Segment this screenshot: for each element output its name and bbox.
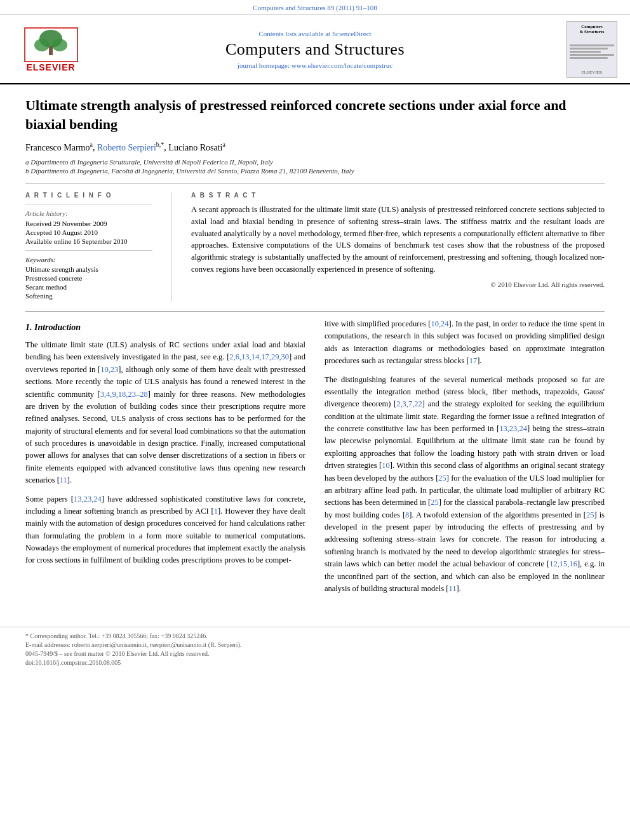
abstract-label: A B S T R A C T	[191, 192, 605, 199]
ref-25[interactable]: 25	[438, 474, 446, 483]
elsevier-wordmark: ELSEVIER	[26, 62, 75, 72]
author3-name: Luciano Rosati	[168, 143, 222, 152]
page-wrapper: Computers and Structures 89 (2011) 91–10…	[0, 0, 630, 840]
info-abstract-columns: A R T I C L E I N F O Article history: R…	[25, 192, 605, 301]
authors-line: Francesco Marmoa, Roberto Serpierib,*, L…	[25, 141, 605, 153]
body-content: 1. Introduction The ultimate limit state…	[25, 318, 605, 601]
article-info-label: A R T I C L E I N F O	[25, 192, 152, 199]
col-divider	[171, 192, 172, 301]
article-info-column: A R T I C L E I N F O Article history: R…	[25, 192, 152, 301]
ref-13b[interactable]: 13,23,24	[499, 424, 527, 433]
abstract-text: A secant approach is illustrated for the…	[191, 204, 605, 276]
keywords-label: Keywords:	[25, 256, 152, 263]
keyword-4: Softening	[25, 292, 152, 300]
thumb-line-4	[570, 54, 614, 56]
ref-11b[interactable]: 11	[448, 584, 456, 593]
thumb-title: Computers& Structures	[580, 24, 605, 35]
journal-title: Computers and Structures	[89, 40, 541, 59]
journal-thumbnail-area: Computers& Structures ELSEVIER	[541, 21, 617, 78]
top-bar: Computers and Structures 89 (2011) 91–10…	[0, 0, 630, 15]
email-text: roberto.serpieri@unisannio.it, rserpieri…	[72, 641, 241, 648]
ref-2[interactable]: 2,6,13,14,17,29,30	[229, 352, 289, 361]
main-content: Ultimate strength analysis of prestresse…	[0, 84, 630, 614]
thumb-lines	[570, 44, 614, 60]
received-date: Received 29 November 2009	[25, 220, 152, 227]
abstract-column: A B S T R A C T A secant approach is ill…	[191, 192, 605, 301]
copyright: © 2010 Elsevier Ltd. All rights reserved…	[191, 281, 605, 288]
elsevier-logo: ELSEVIER	[13, 27, 89, 72]
contents-text: Contents lists available at	[258, 30, 330, 37]
body-para-2: Some papers [13,23,24] have addressed so…	[25, 493, 305, 567]
ref-2b[interactable]: 2,3,7,22	[396, 399, 422, 408]
homepage-url[interactable]: www.elsevier.com/locate/compstruc	[292, 62, 392, 69]
license-text: 0045-7949/$ – see front matter © 2010 El…	[25, 650, 605, 657]
sciencedirect-text: Contents lists available at ScienceDirec…	[89, 30, 541, 37]
section1-title: 1. Introduction	[25, 321, 305, 334]
thumb-line-3	[570, 51, 601, 53]
author2-name[interactable]: Roberto Serpieri	[97, 143, 156, 152]
article-title: Ultimate strength analysis of prestresse…	[25, 96, 605, 133]
thumb-line-1	[570, 44, 614, 46]
ref-12[interactable]: 12,15,16	[549, 559, 577, 568]
thumb-line-2	[570, 48, 608, 50]
author1-name: Francesco Marmo	[25, 143, 90, 152]
available-date: Available online 16 September 2010	[25, 237, 152, 245]
keyword-1: Ultimate strength analysis	[25, 265, 152, 273]
ref-3[interactable]: 3,4,9,18,23–28	[100, 390, 148, 399]
divider-1	[25, 183, 605, 184]
body-para-3: itive with simplified procedures [10,24]…	[325, 318, 605, 368]
svg-rect-3	[49, 46, 53, 55]
keyword-3: Secant method	[25, 283, 152, 291]
divider-2	[25, 311, 605, 312]
journal-header: ELSEVIER Contents lists available at Sci…	[0, 15, 630, 84]
svg-point-2	[52, 39, 67, 51]
author2-sup: b,*	[156, 141, 164, 148]
author1-sup: a	[90, 141, 92, 148]
author3-sup: a	[223, 141, 225, 148]
corresponding-author: * Corresponding author. Tel.: +39 0824 3…	[25, 632, 605, 639]
elsevier-logo-area: ELSEVIER	[13, 27, 89, 72]
keyword-2: Prestressed concrete	[25, 274, 152, 282]
thumb-line-5	[570, 57, 608, 59]
ref-25b[interactable]: 25	[431, 498, 439, 507]
email-label: E-mail addresses:	[25, 641, 70, 648]
journal-homepage: journal homepage: www.elsevier.com/locat…	[89, 62, 541, 69]
ref-10c[interactable]: 10	[382, 461, 390, 470]
body-para-1: The ultimate limit state (ULS) analysis …	[25, 339, 305, 487]
affiliation-a: a Dipartimento di Ingegneria Strutturale…	[25, 158, 605, 166]
journal-header-center: Contents lists available at ScienceDirec…	[89, 30, 541, 69]
affiliations: a Dipartimento di Ingegneria Strutturale…	[25, 158, 605, 175]
journal-thumbnail: Computers& Structures ELSEVIER	[566, 21, 617, 78]
ref-11[interactable]: 11	[60, 476, 67, 484]
ref-25c[interactable]: 25	[586, 510, 594, 519]
ref-8[interactable]: 8	[405, 510, 409, 519]
accepted-date: Accepted 10 August 2010	[25, 229, 152, 236]
homepage-label: journal homepage:	[238, 62, 290, 69]
doi: doi:10.1016/j.compstruc.2010.08.005	[25, 659, 605, 666]
page-footer: * Corresponding author. Tel.: +39 0824 3…	[0, 627, 630, 671]
body-para-4: The distinguishing features of the sever…	[325, 374, 605, 596]
email-addresses: E-mail addresses: roberto.serpieri@unisa…	[25, 641, 605, 648]
affiliation-b: b Dipartimento di Ingegneria, Facoltà di…	[25, 167, 605, 175]
ref-10b[interactable]: 10,24	[431, 319, 448, 328]
history-label: Article history:	[25, 210, 152, 217]
svg-point-1	[34, 39, 50, 51]
ref-17[interactable]: 17	[469, 356, 478, 365]
elsevier-graphic-icon	[24, 27, 78, 62]
thumb-footer: ELSEVIER	[581, 70, 602, 75]
ref-13a[interactable]: 13,23,24	[74, 495, 102, 503]
body-col-right: itive with simplified procedures [10,24]…	[325, 318, 605, 601]
keywords-divider	[25, 250, 152, 251]
info-divider	[25, 204, 152, 204]
sciencedirect-link[interactable]: ScienceDirect	[332, 30, 372, 37]
ref-10[interactable]: 10,23	[100, 365, 118, 374]
ref-1[interactable]: 1	[214, 507, 218, 516]
body-col-left: 1. Introduction The ultimate limit state…	[25, 318, 305, 601]
journal-citation: Computers and Structures 89 (2011) 91–10…	[253, 4, 377, 11]
